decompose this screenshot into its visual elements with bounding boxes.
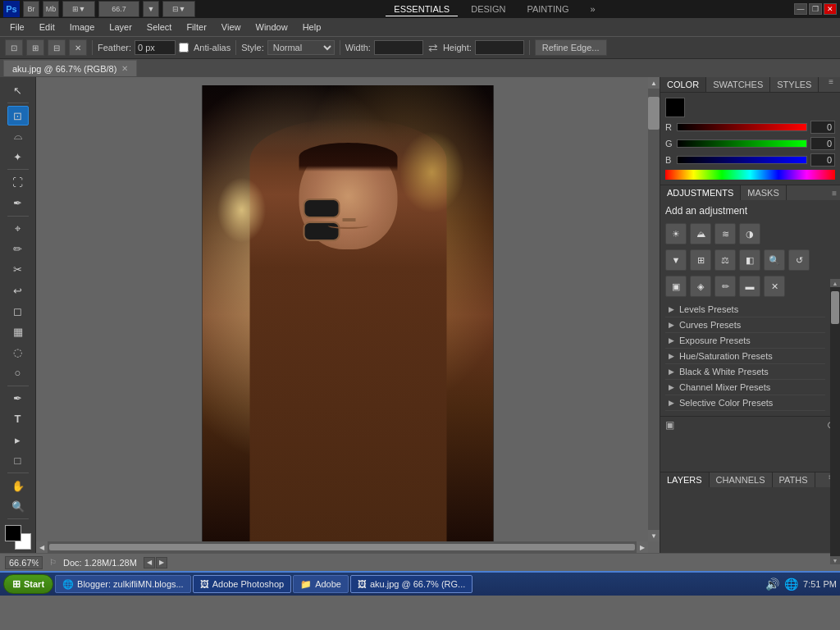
presets-scrollbar[interactable]: ▲ ▼: [830, 279, 840, 472]
scroll-left-arrow[interactable]: ◀: [36, 541, 48, 553]
threshold-icon[interactable]: ✏: [714, 276, 736, 297]
zoom-input[interactable]: [5, 556, 43, 569]
pen-tool[interactable]: ✒: [7, 389, 29, 409]
blur-tool[interactable]: ◌: [7, 342, 29, 362]
menu-window[interactable]: Window: [249, 21, 294, 34]
mode-expand[interactable]: »: [582, 2, 604, 16]
nav-right-arrow[interactable]: ▶: [156, 557, 167, 568]
document-tab[interactable]: aku.jpg @ 66.7% (RGB/8) ✕: [3, 60, 137, 76]
tab-styles[interactable]: STYLES: [770, 77, 819, 92]
feather-input[interactable]: [135, 40, 176, 55]
menu-layer[interactable]: Layer: [103, 21, 139, 34]
scroll-thumb-vertical[interactable]: [648, 97, 660, 130]
bridge-icon-btn[interactable]: Br: [23, 1, 39, 17]
menu-help[interactable]: Help: [296, 21, 328, 34]
crop-tool[interactable]: ⛶: [7, 172, 29, 192]
preset-hue-saturation[interactable]: ▶ Hue/Saturation Presets: [665, 349, 825, 364]
menu-edit[interactable]: Edit: [33, 21, 62, 34]
scroll-right-arrow[interactable]: ▶: [637, 541, 648, 553]
magic-wand-tool[interactable]: ✦: [7, 147, 29, 167]
invert-icon[interactable]: ▣: [665, 276, 687, 297]
g-value[interactable]: [810, 137, 835, 150]
tab-layers[interactable]: LAYERS: [660, 472, 710, 487]
levels-icon[interactable]: ⛰: [690, 223, 711, 244]
antialias-checkbox[interactable]: [179, 43, 189, 52]
nav-left-arrow[interactable]: ◀: [144, 557, 155, 568]
zoom-tool[interactable]: 🔍: [7, 496, 29, 516]
tab-adjustments[interactable]: ADJUSTMENTS: [660, 185, 741, 200]
tray-icon-sound[interactable]: 🔊: [765, 578, 779, 591]
mode-design[interactable]: DESIGN: [463, 2, 514, 16]
close-button[interactable]: ✕: [824, 3, 837, 15]
eyedropper-tool[interactable]: ✒: [7, 194, 29, 213]
path-selection-tool[interactable]: ▸: [7, 430, 29, 450]
taskbar-item-blogger[interactable]: 🌐 Blogger: zulkifliMN.blogs...: [55, 575, 191, 593]
adj-bottom-left-icon[interactable]: ▣: [665, 419, 674, 431]
canvas-vertical-scrollbar[interactable]: ▲ ▼: [648, 77, 660, 541]
gradient-map-icon[interactable]: ▬: [739, 276, 760, 297]
color-preview-swatch[interactable]: [665, 98, 685, 117]
taskbar-item-photoshop[interactable]: 🖼 Adobe Photoshop: [193, 575, 291, 593]
presets-scroll-thumb[interactable]: [831, 291, 839, 324]
preset-levels[interactable]: ▶ Levels Presets: [665, 302, 825, 317]
tab-channels[interactable]: CHANNELS: [710, 472, 773, 487]
history-brush-tool[interactable]: ↩: [7, 281, 29, 300]
b-value[interactable]: [810, 153, 835, 167]
marquee-tool[interactable]: ⊡: [7, 106, 29, 126]
tab-swatches[interactable]: SWATCHES: [706, 77, 770, 92]
menu-file[interactable]: File: [3, 21, 31, 34]
photo-filter-icon[interactable]: 🔍: [764, 249, 785, 271]
height-input[interactable]: [475, 40, 524, 55]
healing-brush-tool[interactable]: ⌖: [7, 219, 29, 239]
doc-tab-close-btn[interactable]: ✕: [121, 64, 128, 73]
width-input[interactable]: [374, 40, 423, 55]
preset-black-white[interactable]: ▶ Black & White Presets: [665, 364, 825, 380]
style-select[interactable]: Normal Fixed Ratio Fixed Size: [267, 40, 335, 55]
marquee-option3[interactable]: ⊟: [48, 39, 66, 56]
preset-channel-mixer[interactable]: ▶ Channel Mixer Presets: [665, 380, 825, 395]
selective-color-icon[interactable]: ✕: [764, 276, 785, 297]
eraser-tool[interactable]: ◻: [7, 301, 29, 321]
tab-paths[interactable]: PATHS: [773, 472, 815, 487]
text-tool[interactable]: T: [7, 409, 29, 429]
foreground-color-swatch[interactable]: [5, 525, 21, 541]
color-panel-options[interactable]: ≡: [825, 77, 837, 92]
start-button[interactable]: ⊞ Start: [3, 574, 53, 594]
r-value[interactable]: [810, 121, 835, 134]
taskbar-item-photo[interactable]: 🖼 aku.jpg @ 66.7% (RG...: [350, 575, 472, 593]
black-white-icon[interactable]: ◧: [739, 249, 760, 271]
vibrance-icon[interactable]: ▼: [665, 249, 687, 271]
taskbar-item-adobe[interactable]: 📁 Adobe: [293, 575, 349, 593]
posterize-icon[interactable]: ◈: [690, 276, 711, 297]
tab-masks[interactable]: MASKS: [741, 185, 787, 200]
status-info-icon[interactable]: ⚐: [49, 558, 57, 567]
gradient-tool[interactable]: ▦: [7, 322, 29, 341]
scroll-down-arrow[interactable]: ▼: [648, 530, 660, 541]
zoom-display-title[interactable]: 66.7: [98, 1, 139, 17]
maximize-button[interactable]: ❐: [809, 3, 822, 15]
color-balance-icon[interactable]: ⚖: [714, 249, 736, 271]
exposure-icon[interactable]: ◑: [739, 223, 760, 244]
view-selector[interactable]: ⊞▼: [62, 1, 95, 17]
tab-color[interactable]: COLOR: [660, 77, 706, 92]
marquee-option2[interactable]: ⊞: [26, 39, 44, 56]
r-slider[interactable]: [677, 123, 807, 131]
canvas-horizontal-scrollbar[interactable]: ◀ ▶: [36, 541, 648, 553]
adj-panel-options[interactable]: ≡: [829, 189, 840, 198]
spectrum-bar[interactable]: [665, 170, 835, 180]
shape-tool[interactable]: □: [7, 450, 29, 470]
preset-exposure[interactable]: ▶ Exposure Presets: [665, 333, 825, 349]
mode-painting[interactable]: PAINTING: [518, 2, 577, 16]
refine-edge-button[interactable]: Refine Edge...: [535, 39, 607, 56]
color-swatches[interactable]: [5, 525, 31, 550]
dodge-tool[interactable]: ○: [7, 363, 29, 383]
clone-stamp-tool[interactable]: ✂: [7, 260, 29, 280]
presets-scroll-up[interactable]: ▲: [830, 279, 840, 287]
media-btn[interactable]: Mb: [43, 1, 59, 17]
hand-tool[interactable]: ✋: [7, 476, 29, 495]
menu-select[interactable]: Select: [140, 21, 179, 34]
curves-icon[interactable]: ≋: [714, 223, 736, 244]
canvas-area[interactable]: ▲ ▼ ◀ ▶: [36, 77, 660, 553]
channel-mixer-icon[interactable]: ↺: [788, 249, 810, 271]
scroll-thumb-horizontal[interactable]: [49, 544, 635, 550]
